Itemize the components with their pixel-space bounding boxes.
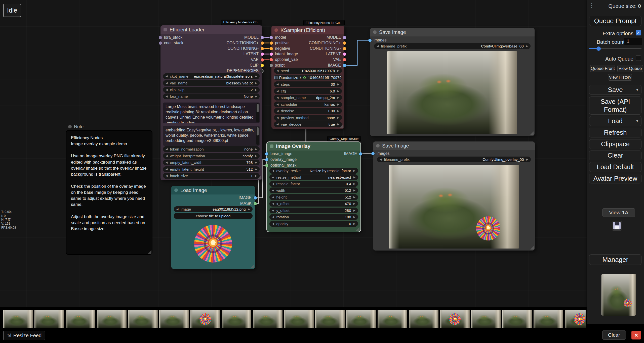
save-avatar-button[interactable] [612,221,622,231]
manager-button[interactable]: Manager [589,254,641,265]
node-save-image-base[interactable]: Save Image images filename_prefix ComfyU… [370,28,535,136]
widget-weight-interpretation[interactable]: weight_interpretation comfy [163,153,260,159]
collapse-dot-icon[interactable] [174,188,178,192]
randomize-seed-button[interactable]: Randomize / ♻ 1046036195170979 [274,75,342,80]
node-graph-canvas[interactable]: Efficiency Nodes for Co... Efficient Loa… [0,0,644,343]
node-titlebar[interactable]: Note [66,123,152,130]
batch-count-input[interactable]: 1 [624,38,642,45]
feed-thumbnail[interactable] [565,310,586,328]
slot-dot[interactable] [159,36,162,39]
input-slot-base-image[interactable]: base_image [265,151,292,157]
load-button[interactable]: Load ▼ [589,116,641,126]
output-slot-vae[interactable]: VAE [333,57,346,62]
slot-dot[interactable] [265,158,268,161]
feed-thumbnail[interactable] [440,310,470,328]
avatar-preview-thumbnail[interactable] [601,274,636,316]
node-titlebar[interactable]: Save Image [370,28,535,36]
slot-dot[interactable] [261,36,264,39]
widget-resize-method[interactable]: resize_method nearest-exact [269,174,358,180]
output-slot-model[interactable]: MODEL [244,35,264,40]
collapse-dot-icon[interactable] [68,125,72,128]
feed-close-button[interactable]: × [631,331,641,339]
widget-image-file[interactable]: image eag00118bl512.png [174,206,253,212]
feed-thumbnail[interactable] [97,310,127,328]
textarea-scrollbar[interactable] [256,103,259,122]
feed-thumbnail[interactable] [315,310,345,328]
slot-dot[interactable] [368,39,372,42]
batch-count-slider[interactable] [589,48,641,49]
slot-dot[interactable] [343,58,346,61]
slot-dot[interactable] [343,41,346,45]
widget-width[interactable]: width 512 [269,187,358,193]
widget-denoise[interactable]: denoise 1.00 [274,108,342,114]
input-slot-model[interactable]: model [270,35,286,40]
widget-sampler-name[interactable]: sampler_name dpmpp_2m [274,95,342,101]
load-default-button[interactable]: Load Default [589,162,641,172]
slot-dot[interactable] [261,53,264,56]
node-resize-handle[interactable] [530,246,534,250]
feed-thumbnail[interactable] [378,310,407,328]
input-slot-negative[interactable]: negative [270,46,290,51]
feed-thumbnail[interactable] [34,310,64,328]
node-titlebar[interactable]: Image Overlay [267,142,360,151]
input-slot-lora-stack[interactable]: lora_stack [159,35,182,40]
output-slot-mask[interactable]: MASK [240,201,257,206]
slot-dot[interactable] [270,64,273,67]
avatar-preview-button[interactable]: Avatar Preview [589,174,641,183]
feed-thumbnail[interactable] [502,310,532,328]
slot-dot[interactable] [265,164,268,167]
feed-thumbnail[interactable] [346,310,376,328]
slot-dot[interactable] [343,64,346,67]
slot-dot[interactable] [343,36,346,39]
widget-empty-latent-height[interactable]: empty_latent_height 512 [163,166,260,172]
input-slot-cnet-stack[interactable]: cnet_stack [159,40,183,46]
widget-height[interactable]: height 512 [269,194,358,200]
node-note[interactable]: Note Efficiency Nodes Image overlay exam… [66,123,152,255]
menu-drag-handle-icon[interactable]: ⋮ [589,2,595,9]
widget-clip-skip[interactable]: clip_skip -2 [163,87,260,93]
feed-thumbnail[interactable] [66,310,95,328]
choose-file-button[interactable]: choose file to upload [174,213,253,219]
feed-thumbnail[interactable] [284,310,314,328]
output-slot-image[interactable]: IMAGE [344,151,362,157]
textarea-scrollbar[interactable] [256,127,259,145]
input-slot-latent-image[interactable]: latent_image [270,51,298,57]
resize-feed-button[interactable]: ⇲ Resize Feed [3,331,45,340]
output-slot-latent[interactable]: LATENT [244,51,264,57]
widget-filename-prefix[interactable]: filename_prefix ComfyUIimgoverbase_00 [374,43,531,49]
widget-vae-decode[interactable]: vae_decode true [274,121,342,127]
collapse-dot-icon[interactable] [274,28,278,32]
positive-prompt-textarea[interactable]: Large Moss beast redwood forest landscap… [163,103,260,123]
view-1a-button[interactable]: View 1A [602,208,635,217]
negative-prompt-textarea[interactable]: embedding:EasyNegative.pt, , lowres, low… [163,126,260,146]
output-slot-latent[interactable]: LATENT [326,51,346,57]
node-resize-handle[interactable] [258,176,261,179]
collapse-dot-icon[interactable] [164,28,167,31]
input-slot-positive[interactable]: positive [270,40,289,46]
output-slot-conditioning-minus[interactable]: CONDITIONING- [310,46,346,51]
widget-rotation[interactable]: rotation 180 [269,214,358,220]
slot-dot[interactable] [254,196,257,200]
save-api-format-button[interactable]: Save (API Format) [589,96,641,115]
dropdown-icon[interactable]: ▼ [635,88,639,92]
output-slot-vae[interactable]: VAE [251,57,264,63]
feed-thumbnail[interactable] [128,310,158,328]
output-slot-clip[interactable]: CLIP [250,63,264,68]
node-ksampler-efficient[interactable]: Efficiency Nodes for Co... KSampler (Eff… [271,26,344,129]
widget-preview-method[interactable]: preview_method none [274,115,342,121]
node-resize-handle[interactable] [148,250,151,254]
output-slot-dependencies[interactable]: DEPENDENCIES [227,68,264,74]
widget-steps[interactable]: steps 30 [274,81,342,87]
output-slot-model[interactable]: MODEL [327,35,346,40]
slot-dot[interactable] [261,58,264,62]
slot-dot[interactable] [159,41,162,45]
slot-dot[interactable] [270,41,273,45]
input-slot-optional-vae[interactable]: optional_vae [270,57,298,62]
queue-prompt-button[interactable]: Queue Prompt [589,16,641,26]
node-image-overlay[interactable]: Comfy_KepListStuff Image Overlay base_im… [267,142,360,232]
output-slot-conditioning-plus[interactable]: CONDITIONING+ [226,40,264,46]
clear-button[interactable]: Clear [589,151,641,160]
widget-vae-name[interactable]: vae_name blessed2.vae.pt [163,80,260,86]
slot-dot[interactable] [265,152,268,156]
auto-queue-checkbox[interactable] [636,56,641,61]
